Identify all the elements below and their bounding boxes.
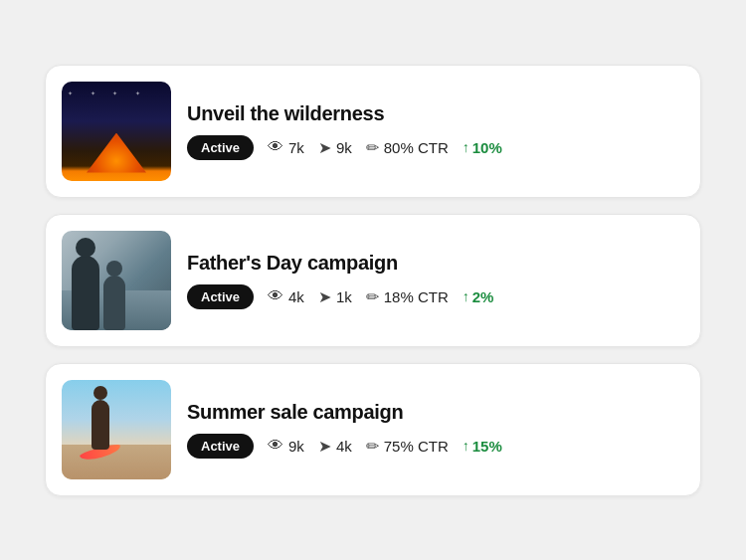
views-stat-fathers-day: 👁 4k: [268, 287, 304, 305]
campaign-info-fathers-day: Father's Day campaign Active 👁 4k ➤ 1k ✏…: [187, 252, 684, 309]
cursor-icon: ➤: [318, 287, 331, 306]
eye-icon: 👁: [268, 138, 283, 156]
touch-icon: ✏: [366, 287, 379, 306]
trend-wilderness: ↑ 10%: [463, 139, 502, 156]
campaign-image-fathers-day: [62, 231, 171, 330]
clicks-stat-summer-sale: ➤ 4k: [318, 437, 352, 456]
campaign-title-fathers-day: Father's Day campaign: [187, 252, 684, 275]
eye-icon: 👁: [268, 287, 283, 305]
views-stat-wilderness: 👁 7k: [268, 138, 304, 156]
status-badge-summer-sale: Active: [187, 434, 254, 459]
trend-fathers-day: ↑ 2%: [463, 288, 494, 305]
ctr-stat-fathers-day: ✏ 18% CTR: [366, 287, 449, 306]
status-badge-fathers-day: Active: [187, 284, 254, 309]
ctr-stat-wilderness: ✏ 80% CTR: [366, 138, 449, 157]
trend-arrow-icon: ↑: [463, 139, 469, 155]
campaign-meta-summer-sale: Active 👁 9k ➤ 4k ✏ 75% CTR ↑ 15%: [187, 434, 684, 459]
trend-summer-sale: ↑ 15%: [463, 438, 502, 455]
views-stat-summer-sale: 👁 9k: [268, 437, 304, 455]
surfer-silhouette: [92, 400, 109, 450]
campaign-image-summer-sale: [62, 380, 171, 479]
campaign-meta-wilderness: Active 👁 7k ➤ 9k ✏ 80% CTR ↑ 10%: [187, 135, 684, 160]
touch-icon: ✏: [366, 437, 379, 456]
campaign-card-fathers-day[interactable]: Father's Day campaign Active 👁 4k ➤ 1k ✏…: [45, 214, 701, 347]
campaign-info-summer-sale: Summer sale campaign Active 👁 9k ➤ 4k ✏ …: [187, 401, 684, 459]
status-badge-wilderness: Active: [187, 135, 254, 160]
cursor-icon: ➤: [318, 437, 331, 456]
ctr-stat-summer-sale: ✏ 75% CTR: [366, 437, 449, 456]
silhouette: [72, 256, 125, 330]
campaign-title-summer-sale: Summer sale campaign: [187, 401, 684, 424]
cursor-icon: ➤: [318, 138, 331, 157]
trend-arrow-icon: ↑: [463, 438, 469, 454]
campaign-title-wilderness: Unveil the wilderness: [187, 102, 684, 125]
eye-icon: 👁: [268, 437, 283, 455]
campaign-image-wilderness: [62, 82, 171, 181]
clicks-stat-fathers-day: ➤ 1k: [318, 287, 352, 306]
clicks-stat-wilderness: ➤ 9k: [318, 138, 352, 157]
campaign-info-wilderness: Unveil the wilderness Active 👁 7k ➤ 9k ✏…: [187, 102, 684, 160]
campaign-card-summer-sale[interactable]: Summer sale campaign Active 👁 9k ➤ 4k ✏ …: [45, 363, 701, 496]
touch-icon: ✏: [366, 138, 379, 157]
campaign-card-wilderness[interactable]: Unveil the wilderness Active 👁 7k ➤ 9k ✏…: [45, 65, 701, 198]
trend-arrow-icon: ↑: [463, 288, 469, 304]
campaign-meta-fathers-day: Active 👁 4k ➤ 1k ✏ 18% CTR ↑ 2%: [187, 284, 684, 309]
